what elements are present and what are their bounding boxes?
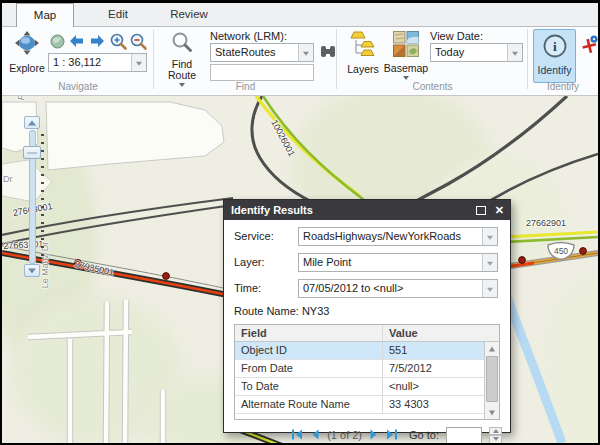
service-label: Service: <box>234 227 298 246</box>
route-line-green <box>263 96 364 200</box>
zoom-slider-down-button[interactable] <box>24 264 40 277</box>
view-date-dropdown-button[interactable] <box>507 44 522 61</box>
view-date-value: Today <box>431 44 507 61</box>
binoculars-icon[interactable] <box>320 44 336 63</box>
layers-icon <box>350 31 377 62</box>
street-fills <box>28 300 163 443</box>
page-indicator: (1 of 2) <box>327 429 362 441</box>
ribbon-tabstrip: Map Edit Review <box>2 3 598 27</box>
service-dropdown-button[interactable] <box>482 228 497 245</box>
dialog-titlebar[interactable]: Identify Results ✕ <box>224 200 510 220</box>
identify-route-location-tool-icon[interactable] <box>580 35 599 58</box>
route-point-marker[interactable] <box>163 273 170 280</box>
spinner-down-icon[interactable] <box>489 435 502 443</box>
cell-value: <null> <box>383 378 484 395</box>
cell-value: 33 4303 <box>383 396 484 413</box>
zoom-in-icon[interactable] <box>109 32 128 55</box>
ribbon: Map Edit Review Explore <box>2 3 598 96</box>
network-lrm-value: StateRoutes <box>211 44 298 61</box>
column-header-value[interactable]: Value <box>383 325 484 341</box>
service-row: Service: RoadsHighways/NewYorkRoads <box>234 227 498 246</box>
street-name-label: Dr <box>3 174 13 184</box>
group-label-contents: Contents <box>337 81 528 94</box>
back-arrow-icon[interactable] <box>68 34 85 52</box>
route-name-label: Route Name: <box>234 305 299 317</box>
highway-ramp <box>392 96 567 214</box>
identify-button[interactable]: i Identify <box>533 29 576 83</box>
forward-arrow-icon[interactable] <box>89 34 106 52</box>
scroll-up-icon[interactable] <box>485 342 499 355</box>
scale-combobox[interactable]: 1 : 36,112 <box>48 53 147 72</box>
first-page-icon[interactable] <box>291 426 303 443</box>
scrollbar-thumb[interactable] <box>486 356 498 402</box>
network-lrm-label: Network (LRM): <box>210 30 287 42</box>
layer-row: Layer: Mile Point <box>234 253 498 272</box>
table-row[interactable]: From Date 7/5/2012 <box>235 360 499 378</box>
group-label-find: Find <box>154 81 337 94</box>
layer-combobox[interactable]: Mile Point <box>298 253 498 272</box>
group-label-identify: Identify <box>528 81 598 94</box>
next-page-icon[interactable] <box>369 426 379 443</box>
identify-label: Identify <box>538 64 572 76</box>
table-row[interactable]: Object ID 551 <box>235 342 499 360</box>
time-combobox[interactable]: 07/05/2012 to <null> <box>298 279 498 298</box>
city-block <box>46 102 224 170</box>
basemap-menu-caret-icon <box>403 76 409 80</box>
scale-dropdown-button[interactable] <box>131 54 146 71</box>
route-id-label: 27663101 <box>3 239 44 251</box>
time-dropdown-button[interactable] <box>482 280 497 297</box>
zoom-slider-handle[interactable] <box>23 146 41 159</box>
table-row[interactable]: To Date <null> <box>235 378 499 396</box>
full-extent-globe-icon[interactable] <box>50 34 65 53</box>
zoom-slider-up-button[interactable] <box>24 116 40 129</box>
route-line-yellow <box>256 96 360 196</box>
scale-value: 1 : 36,112 <box>49 54 131 71</box>
previous-page-icon[interactable] <box>310 426 320 443</box>
scroll-down-icon[interactable] <box>485 406 499 419</box>
zoom-slider-ticks <box>41 134 44 260</box>
map-canvas[interactable]: 450 27663001 27663101 27935001 10026001 … <box>2 96 598 443</box>
layer-label: Layer: <box>234 253 298 272</box>
explore-button[interactable]: Explore <box>6 30 48 86</box>
network-lrm-combobox[interactable]: StateRoutes <box>210 43 314 62</box>
group-separator <box>153 29 154 89</box>
route-line-yellow <box>505 232 598 237</box>
view-date-label: View Date: <box>430 30 483 42</box>
layers-label: Layers <box>347 64 379 75</box>
route-point-marker[interactable] <box>519 257 526 264</box>
spinner-up-icon[interactable] <box>489 427 502 436</box>
explore-compass-icon <box>13 30 41 61</box>
basemap-icon <box>393 31 419 61</box>
route-point-marker[interactable] <box>580 248 587 255</box>
tab-review[interactable]: Review <box>158 3 220 27</box>
route-name-value: NY33 <box>302 305 330 317</box>
table-row[interactable]: Alternate Route Name 33 4303 <box>235 396 499 414</box>
zoom-out-icon[interactable] <box>129 32 148 55</box>
close-icon[interactable]: ✕ <box>495 205 504 215</box>
service-combobox[interactable]: RoadsHighways/NewYorkRoads <box>298 227 498 246</box>
cell-field: Object ID <box>235 342 383 359</box>
cell-value: 551 <box>383 342 484 359</box>
application-window: Map Edit Review Explore <box>0 0 600 445</box>
tab-edit[interactable]: Edit <box>92 3 144 27</box>
maximize-icon[interactable] <box>476 206 486 215</box>
group-separator <box>336 29 337 89</box>
goto-label: Go to: <box>409 429 439 441</box>
explore-label: Explore <box>9 63 45 74</box>
cell-value: 7/5/2012 <box>383 360 484 377</box>
table-scrollbar[interactable] <box>484 342 499 419</box>
tab-map[interactable]: Map <box>16 3 74 28</box>
view-date-combobox[interactable]: Today <box>430 43 523 62</box>
layer-value: Mile Point <box>299 254 482 271</box>
goto-page-input[interactable] <box>446 427 482 444</box>
identify-results-dialog: Identify Results ✕ Service: RoadsHighway… <box>223 199 511 433</box>
network-lrm-dropdown-button[interactable] <box>298 44 313 61</box>
table-header-row: Field Value <box>235 325 499 342</box>
goto-spinner <box>489 427 502 444</box>
layer-dropdown-button[interactable] <box>482 254 497 271</box>
column-header-field[interactable]: Field <box>235 325 383 341</box>
find-secondary-input[interactable] <box>210 64 314 81</box>
last-page-icon[interactable] <box>386 426 398 443</box>
dialog-title: Identify Results <box>231 204 476 216</box>
find-route-magnifier-icon <box>171 31 193 57</box>
